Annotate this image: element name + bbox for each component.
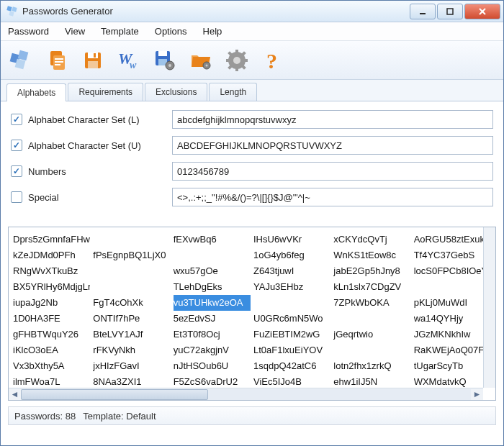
password-cell[interactable]: wxu57gOe xyxy=(174,263,251,279)
menu-help[interactable]: Help xyxy=(203,26,222,37)
statusbar: Passwords: 88 Template: Default xyxy=(8,406,496,425)
menu-options[interactable]: Options xyxy=(155,26,187,37)
save-button[interactable] xyxy=(77,45,109,76)
password-cell[interactable]: kLn1slx7CDgZV xyxy=(333,279,410,295)
password-cell[interactable]: Vx3bXthy5A xyxy=(13,358,90,374)
copy-button[interactable] xyxy=(41,45,73,76)
password-cell[interactable]: iupaJg2Nb xyxy=(13,295,90,311)
password-cell[interactable]: BX5YRlHy6MdjgLr xyxy=(13,279,90,295)
tab-requirements[interactable]: Requirements xyxy=(68,83,143,101)
password-cell[interactable]: 5ezEdvSJ xyxy=(174,311,251,327)
scroll-track[interactable] xyxy=(21,389,471,400)
password-cell[interactable]: nJtHSOub6U xyxy=(174,358,251,374)
password-cell[interactable]: FgT4cOhXk xyxy=(93,295,170,311)
password-cell[interactable]: jxHIzFGavI xyxy=(93,358,170,374)
svg-point-27 xyxy=(206,64,208,66)
password-cell[interactable]: 7ZPkWbOKA xyxy=(333,295,410,311)
horizontal-scrollbar[interactable]: ◄ ► xyxy=(9,388,483,400)
checkbox-lower[interactable] xyxy=(11,114,22,125)
svg-point-29 xyxy=(233,57,240,64)
save-settings-button[interactable] xyxy=(149,45,181,76)
password-cell[interactable]: wa14QYHjy xyxy=(414,311,491,327)
password-cell[interactable]: 1D0HA3FE xyxy=(13,311,90,327)
password-cell[interactable] xyxy=(93,232,170,247)
password-cell[interactable]: Z643tjuwI xyxy=(253,263,330,279)
vertical-scrollbar[interactable] xyxy=(483,227,495,388)
password-cell[interactable] xyxy=(174,247,251,263)
help-button[interactable]: ? xyxy=(257,45,289,76)
checkbox-numbers[interactable] xyxy=(11,165,22,177)
password-cell[interactable] xyxy=(93,279,170,295)
password-cell[interactable]: jGeqrtwio xyxy=(333,327,410,342)
tab-panel-alphabets: Alphabet Character Set (L) Alphabet Char… xyxy=(1,101,503,222)
maximize-button[interactable] xyxy=(437,4,463,19)
checkbox-upper[interactable] xyxy=(11,140,22,151)
checkbox-special[interactable] xyxy=(11,191,22,203)
toolbar: Ww ? xyxy=(1,41,503,80)
password-cell[interactable]: lotn2fhx1zrkQ xyxy=(333,358,410,374)
password-cell[interactable]: gFHBTWquY26 xyxy=(13,327,90,342)
password-cell[interactable]: YAJu3EHbz xyxy=(253,279,330,295)
svg-rect-12 xyxy=(55,58,63,60)
password-cell[interactable] xyxy=(253,295,330,311)
scroll-thumb[interactable] xyxy=(21,389,208,400)
password-cell[interactable]: Lt0aF1lxuEiYOV xyxy=(253,342,330,358)
password-cell[interactable]: rFKVyNkh xyxy=(93,342,170,358)
menu-view[interactable]: View xyxy=(65,26,85,37)
open-folder-button[interactable] xyxy=(185,45,217,76)
window-title: Passwords Generator xyxy=(22,6,408,17)
password-cell[interactable]: pKLj0MuWdI xyxy=(414,295,491,311)
menu-password[interactable]: Password xyxy=(8,26,49,37)
password-cell[interactable] xyxy=(333,311,410,327)
password-cell[interactable]: IHsU6wVKr xyxy=(253,232,330,247)
password-cell[interactable]: 1sqdpQ42atC6 xyxy=(253,358,330,374)
password-cell[interactable]: Dprs5zGmnfaFHw xyxy=(13,232,90,247)
password-cell[interactable]: jabE2Gp5hJny8 xyxy=(333,263,410,279)
tab-alphabets[interactable]: Alphabets xyxy=(6,83,66,101)
generate-button[interactable] xyxy=(5,45,37,76)
svg-rect-2 xyxy=(9,11,14,16)
password-cell[interactable]: vu3TUHkw2eOA xyxy=(174,295,251,311)
password-cell[interactable]: JGzMKNkhIw xyxy=(414,327,491,342)
password-cell[interactable] xyxy=(414,279,491,295)
svg-rect-17 xyxy=(88,61,98,68)
password-cell[interactable]: TLehDgEks xyxy=(174,279,251,295)
password-cell[interactable]: iKlcO3oEA xyxy=(13,342,90,358)
password-cell[interactable]: RNgWvXTkuBz xyxy=(13,263,90,279)
password-cell[interactable]: WnKS1tEow8c xyxy=(333,247,410,263)
settings-button[interactable] xyxy=(221,45,253,76)
password-cell[interactable]: RaKWEjAoQ07F xyxy=(414,342,491,358)
password-cell[interactable]: yuC72akgjnV xyxy=(174,342,251,358)
tab-exclusions[interactable]: Exclusions xyxy=(145,83,207,101)
scroll-left-icon[interactable]: ◄ xyxy=(9,388,21,401)
password-cell[interactable]: xCKYdcQvTj xyxy=(333,232,410,247)
svg-rect-18 xyxy=(94,53,96,58)
password-cell[interactable]: FuZiEBTIM2wG xyxy=(253,327,330,342)
input-special[interactable] xyxy=(172,188,493,206)
menu-template[interactable]: Template xyxy=(101,26,139,37)
password-cell[interactable]: fPsEgnpBQ1LjX0 xyxy=(93,247,170,263)
input-numbers[interactable] xyxy=(172,162,493,181)
password-cell[interactable]: Tf4YC37GebS xyxy=(414,247,491,263)
scroll-right-icon[interactable]: ► xyxy=(471,388,483,401)
minimize-button[interactable] xyxy=(410,4,436,19)
label-numbers: Numbers xyxy=(28,166,172,177)
input-upper[interactable] xyxy=(172,136,493,155)
tab-length[interactable]: Length xyxy=(209,83,257,101)
password-cell[interactable]: BteLVY1AJf xyxy=(93,327,170,342)
input-lower[interactable] xyxy=(172,110,493,129)
password-cell[interactable]: kZeJDMd0PFh xyxy=(13,247,90,263)
password-cell[interactable]: locS0FPCb8IOeY xyxy=(414,263,491,279)
results-grid[interactable]: Dprs5zGmnfaFHwfEXvwBq6IHsU6wVKrxCKYdcQvT… xyxy=(9,227,495,390)
password-cell[interactable]: U0GRc6mN5Wo xyxy=(253,311,330,327)
password-cell[interactable]: ONTIf7hPe xyxy=(93,311,170,327)
password-cell[interactable]: fEXvwBq6 xyxy=(174,232,251,247)
password-cell[interactable] xyxy=(333,342,410,358)
password-cell[interactable]: AoRGU58ztExuk xyxy=(414,232,491,247)
close-button[interactable] xyxy=(464,4,500,19)
password-cell[interactable]: Et3T0f8Ocj xyxy=(174,327,251,342)
password-cell[interactable] xyxy=(93,263,170,279)
word-export-button[interactable]: Ww xyxy=(113,45,145,76)
password-cell[interactable]: tUgarScyTb xyxy=(414,358,491,374)
password-cell[interactable]: 1oG4yb6feg xyxy=(253,247,330,263)
